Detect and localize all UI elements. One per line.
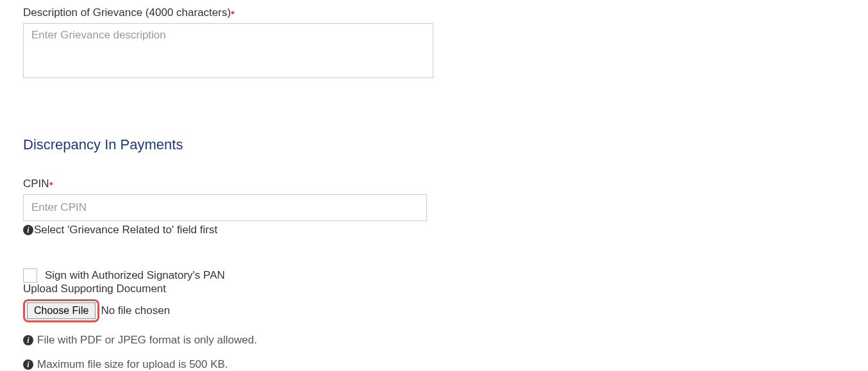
grievance-desc-label: Description of Grievance (4000 character… xyxy=(23,6,433,19)
sign-pan-label: Sign with Authorized Signatory's PAN xyxy=(45,269,225,282)
cpin-input[interactable] xyxy=(23,194,427,221)
upload-hint-size-text: Maximum file size for upload is 500 KB. xyxy=(37,358,228,371)
choose-file-highlight: Choose File xyxy=(23,299,99,322)
discrepancy-heading: Discrepancy In Payments xyxy=(23,136,433,153)
upload-label: Upload Supporting Document xyxy=(23,283,433,295)
choose-file-button[interactable]: Choose File xyxy=(27,302,96,319)
required-mark-icon: • xyxy=(49,177,53,190)
upload-hint-format-text: File with PDF or JPEG format is only all… xyxy=(37,334,257,347)
required-mark-icon: • xyxy=(231,6,235,19)
cpin-label-text: CPIN xyxy=(23,177,49,190)
upload-hint-size: i Maximum file size for upload is 500 KB… xyxy=(23,358,433,371)
cpin-helper: iSelect 'Grievance Related to' field fir… xyxy=(23,224,433,236)
info-icon: i xyxy=(23,335,33,345)
info-icon: i xyxy=(23,225,33,235)
no-file-chosen-text: No file chosen xyxy=(101,304,170,317)
grievance-desc-label-text: Description of Grievance (4000 character… xyxy=(23,6,231,19)
cpin-helper-text: Select 'Grievance Related to' field firs… xyxy=(34,224,217,236)
upload-hint-format: i File with PDF or JPEG format is only a… xyxy=(23,334,433,347)
info-icon: i xyxy=(23,359,33,370)
grievance-description-input[interactable] xyxy=(23,23,433,78)
sign-pan-checkbox[interactable] xyxy=(23,268,37,283)
cpin-label: CPIN• xyxy=(23,177,433,190)
